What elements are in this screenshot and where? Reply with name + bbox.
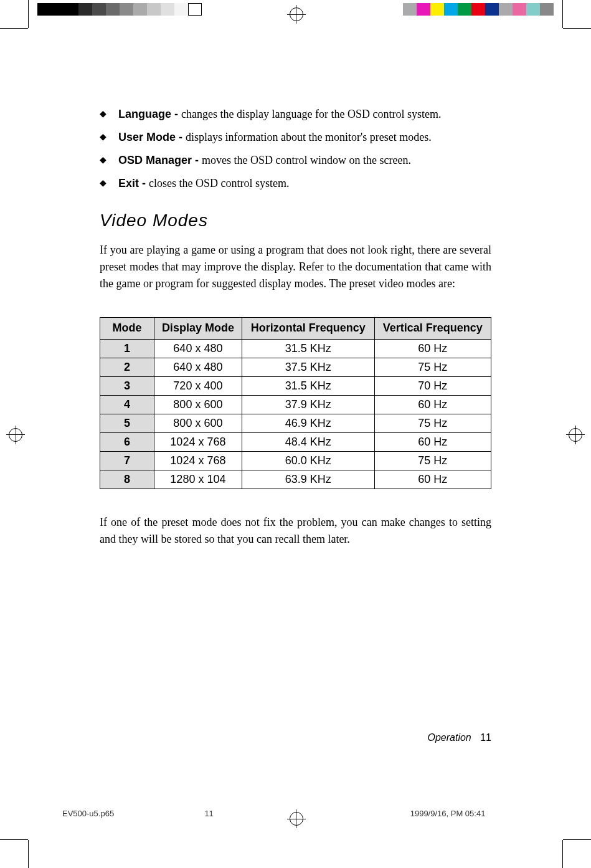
video-modes-table: Mode Display Mode Horizontal Frequency V… (100, 317, 491, 489)
list-item: User Mode - displays information about t… (100, 129, 491, 146)
print-footer: EV500-u5.p65 11 1999/9/16, PM 05:41 (0, 809, 591, 818)
cell-vfreq: 60 Hz (374, 339, 491, 358)
closing-paragraph: If one of the preset mode does not fix t… (100, 514, 491, 548)
crop-mark (562, 0, 563, 28)
cell-vfreq: 60 Hz (374, 470, 491, 489)
col-mode: Mode (100, 318, 154, 340)
cell-hfreq: 63.9 KHz (242, 470, 374, 489)
footer-section-name: Operation (427, 732, 471, 743)
cell-vfreq: 75 Hz (374, 414, 491, 432)
feature-text: moves the OSD control window on the scre… (202, 154, 411, 166)
table-row: 4800 x 60037.9 KHz60 Hz (100, 395, 491, 414)
feature-list: Language - changes the display language … (100, 106, 491, 192)
cell-hfreq: 37.9 KHz (242, 395, 374, 414)
cell-mode: 7 (100, 451, 154, 470)
list-item: Exit - closes the OSD control system. (100, 175, 491, 192)
crop-mark (28, 840, 29, 868)
footer-page-number: 11 (480, 732, 491, 743)
cell-display: 1024 x 768 (154, 432, 242, 451)
cell-mode: 2 (100, 358, 154, 376)
crop-mark (563, 839, 591, 840)
feature-label: Language - (118, 108, 181, 120)
col-display: Display Mode (154, 318, 242, 340)
cell-mode: 8 (100, 470, 154, 489)
feature-text: changes the display language for the OSD… (181, 108, 441, 120)
cell-vfreq: 75 Hz (374, 451, 491, 470)
table-row: 1640 x 48031.5 KHz60 Hz (100, 339, 491, 358)
section-heading: Video Modes (100, 211, 491, 231)
cell-display: 1024 x 768 (154, 451, 242, 470)
list-item: OSD Manager - moves the OSD control wind… (100, 152, 491, 169)
cell-vfreq: 60 Hz (374, 395, 491, 414)
cell-vfreq: 70 Hz (374, 376, 491, 395)
registration-mark-icon (569, 428, 582, 442)
cell-mode: 4 (100, 395, 154, 414)
crop-mark (0, 28, 28, 29)
cell-hfreq: 48.4 KHz (242, 432, 374, 451)
grayscale-strip (37, 3, 202, 16)
crop-mark (562, 840, 563, 868)
cell-vfreq: 60 Hz (374, 432, 491, 451)
cell-mode: 3 (100, 376, 154, 395)
cell-hfreq: 37.5 KHz (242, 358, 374, 376)
table-header-row: Mode Display Mode Horizontal Frequency V… (100, 318, 491, 340)
crop-mark (28, 0, 29, 28)
cell-vfreq: 75 Hz (374, 358, 491, 376)
table-row: 81280 x 10463.9 KHz60 Hz (100, 470, 491, 489)
cell-display: 720 x 400 (154, 376, 242, 395)
feature-text: closes the OSD control system. (149, 177, 289, 189)
print-page: 11 (204, 809, 323, 818)
page-body: Language - changes the display language … (0, 0, 591, 548)
col-vfreq: Vertical Frequency (374, 318, 491, 340)
table-row: 71024 x 76860.0 KHz75 Hz (100, 451, 491, 470)
cell-display: 640 x 480 (154, 358, 242, 376)
table-row: 3720 x 40031.5 KHz70 Hz (100, 376, 491, 395)
feature-label: Exit - (118, 177, 149, 189)
cell-mode: 6 (100, 432, 154, 451)
registration-mark-icon (290, 7, 303, 21)
print-file: EV500-u5.p65 (62, 809, 204, 818)
page-footer: Operation 11 (427, 732, 491, 743)
feature-label: User Mode - (118, 131, 186, 143)
registration-mark-icon (9, 428, 22, 442)
cell-hfreq: 60.0 KHz (242, 451, 374, 470)
cell-display: 800 x 600 (154, 395, 242, 414)
cell-mode: 1 (100, 339, 154, 358)
cell-hfreq: 31.5 KHz (242, 376, 374, 395)
crop-mark (0, 839, 28, 840)
intro-paragraph: If you are playing a game or using a pro… (100, 242, 491, 292)
table-row: 61024 x 76848.4 KHz60 Hz (100, 432, 491, 451)
cell-display: 800 x 600 (154, 414, 242, 432)
table-row: 5800 x 60046.9 KHz75 Hz (100, 414, 491, 432)
list-item: Language - changes the display language … (100, 106, 491, 123)
table-row: 2640 x 48037.5 KHz75 Hz (100, 358, 491, 376)
crop-mark (563, 28, 591, 29)
feature-label: OSD Manager - (118, 154, 202, 166)
cell-display: 640 x 480 (154, 339, 242, 358)
cell-hfreq: 31.5 KHz (242, 339, 374, 358)
color-strip (403, 3, 554, 16)
feature-text: displays information about the monitor's… (186, 131, 432, 143)
col-hfreq: Horizontal Frequency (242, 318, 374, 340)
print-timestamp: 1999/9/16, PM 05:41 (323, 809, 529, 818)
cell-hfreq: 46.9 KHz (242, 414, 374, 432)
cell-mode: 5 (100, 414, 154, 432)
cell-display: 1280 x 104 (154, 470, 242, 489)
